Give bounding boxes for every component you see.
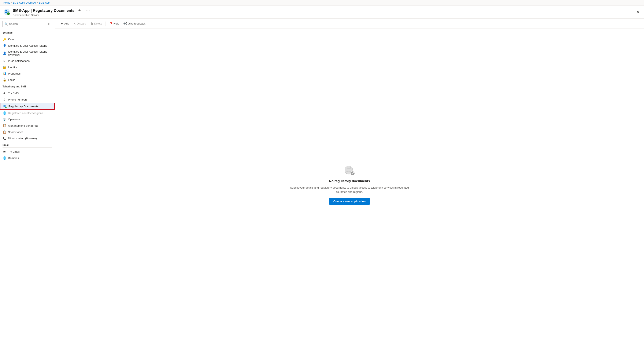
registered-countries-icon: 🌐: [2, 111, 6, 115]
add-icon: ＋: [60, 21, 64, 26]
sidebar-item-keys-label: Keys: [8, 38, 14, 41]
add-label: Add: [64, 22, 69, 25]
sidebar-item-try-sms[interactable]: ✈ Try SMS: [0, 90, 55, 96]
app-icon: [4, 9, 10, 15]
regulatory-documents-icon: [3, 104, 7, 108]
sidebar-section-email: Email ✉ Try Email 🌐 Domains: [0, 142, 55, 161]
properties-icon: 📊: [2, 72, 6, 75]
sidebar-item-identity-label: Identity: [8, 66, 17, 69]
delete-icon: 🗑: [90, 22, 93, 25]
push-notifications-icon: 🖥: [2, 59, 6, 63]
try-email-icon: ✉: [2, 150, 6, 154]
sidebar-item-properties-label: Properties: [8, 72, 20, 75]
top-bar: SMS-App | Regulatory Documents ★ ··· Com…: [0, 6, 644, 18]
sidebar-item-regulatory-documents[interactable]: Regulatory Documents: [0, 103, 55, 110]
sidebar-item-try-email-label: Try Email: [8, 150, 20, 153]
favorite-button[interactable]: ★: [76, 7, 82, 14]
app-subtitle: Communication Service: [13, 14, 635, 17]
sidebar-item-try-sms-label: Try SMS: [8, 92, 18, 95]
help-button[interactable]: ❓ Help: [108, 21, 121, 26]
discard-button[interactable]: ✕ Discard: [72, 21, 88, 26]
locks-icon: 🔒: [2, 78, 6, 82]
operators-icon: 📡: [2, 117, 6, 121]
identities-icon: 👤: [2, 44, 6, 47]
try-sms-icon: ✈: [2, 91, 6, 95]
sidebar-item-alphanumeric-sender-id-label: Alphanumeric Sender ID: [8, 124, 38, 127]
sidebar-section-telephony-label: Telephony and SMS: [0, 83, 55, 89]
sidebar-item-domains[interactable]: 🌐 Domains: [0, 155, 55, 161]
empty-state: No regulatory documents Submit your deta…: [286, 164, 413, 205]
sidebar-item-short-codes-label: Short Codes: [8, 131, 23, 134]
give-feedback-icon: 💬: [124, 22, 127, 25]
search-input[interactable]: [9, 22, 46, 25]
breadcrumb-current: SMS-App: [39, 1, 50, 4]
sidebar-divider-email: [2, 147, 52, 148]
sidebar-item-short-codes[interactable]: 📋 Short Codes: [0, 129, 55, 135]
delete-button[interactable]: 🗑 Delete: [88, 21, 104, 26]
sidebar-item-domains-label: Domains: [8, 157, 19, 160]
breadcrumb-home[interactable]: Home: [4, 1, 10, 4]
sidebar-item-phone-numbers-label: Phone numbers: [8, 98, 28, 101]
sidebar-item-properties[interactable]: 📊 Properties: [0, 70, 55, 77]
toolbar-separator: [106, 21, 106, 26]
sidebar-divider-telephony: [2, 89, 52, 89]
sidebar-divider-settings: [2, 35, 52, 35]
sidebar-item-locks-label: Locks: [8, 78, 15, 82]
sidebar-item-identities-label: Identities & User Access Tokens: [8, 44, 47, 47]
sidebar-item-identities-preview[interactable]: 👤 Identities & User Access Tokens (Previ…: [0, 49, 55, 58]
phone-numbers-icon: #: [2, 98, 6, 101]
breadcrumb: Home › SMS-App | Overview › SMS-App: [0, 0, 644, 6]
sidebar-section-email-label: Email: [0, 142, 55, 147]
give-feedback-button[interactable]: 💬 Give feedback: [122, 21, 147, 26]
toolbar: ＋ Add ✕ Discard 🗑 Delete ❓ Help 💬 Give f…: [55, 18, 644, 29]
search-icon: 🔍: [4, 22, 8, 25]
discard-icon: ✕: [73, 22, 76, 25]
sidebar-item-operators-label: Operators: [8, 118, 20, 121]
sidebar-item-push-notifications-label: Push notifications: [8, 59, 30, 62]
sidebar-item-registered-countries-label: Registered countries/regions: [8, 112, 43, 115]
sidebar-item-keys[interactable]: 🔑 Keys: [0, 36, 55, 42]
short-codes-icon: 📋: [2, 130, 6, 134]
sidebar-item-direct-routing[interactable]: 📞 Direct routing (Preview): [0, 135, 55, 142]
empty-state-description: Submit your details and regulatory docum…: [286, 186, 413, 194]
content-area: ＋ Add ✕ Discard 🗑 Delete ❓ Help 💬 Give f…: [55, 18, 644, 340]
sidebar-item-identities-user-access-tokens[interactable]: 👤 Identities & User Access Tokens: [0, 42, 55, 49]
sidebar-item-try-email[interactable]: ✉ Try Email: [0, 149, 55, 155]
sidebar: 🔍 « Settings 🔑 Keys 👤 Identities & User …: [0, 18, 55, 340]
sidebar-item-registered-countries: 🌐 Registered countries/regions: [0, 110, 55, 116]
breadcrumb-overview[interactable]: SMS-App | Overview: [13, 1, 36, 4]
sidebar-item-phone-numbers[interactable]: # Phone numbers: [0, 96, 55, 103]
direct-routing-icon: 📞: [2, 136, 6, 140]
page-title: SMS-App | Regulatory Documents: [13, 8, 74, 13]
add-button[interactable]: ＋ Add: [58, 20, 71, 27]
keys-icon: 🔑: [2, 37, 6, 41]
sidebar-item-push-notifications[interactable]: 🖥 Push notifications: [0, 58, 55, 64]
sidebar-section-telephony: Telephony and SMS ✈ Try SMS # Phone numb…: [0, 83, 55, 142]
sidebar-item-alphanumeric-sender-id[interactable]: 📋 Alphanumeric Sender ID: [0, 123, 55, 129]
sidebar-search-container: 🔍 «: [0, 18, 55, 29]
more-options-button[interactable]: ···: [84, 7, 92, 14]
give-feedback-label: Give feedback: [128, 22, 146, 25]
delete-label: Delete: [94, 22, 102, 25]
sidebar-item-identities-preview-label: Identities & User Access Tokens (Preview…: [8, 50, 52, 56]
help-label: Help: [114, 22, 119, 25]
sidebar-item-regulatory-documents-label: Regulatory Documents: [8, 105, 38, 108]
identity-icon: 🔐: [2, 65, 6, 69]
empty-state-icon: [343, 164, 356, 177]
help-icon: ❓: [109, 22, 113, 25]
sidebar-item-locks[interactable]: 🔒 Locks: [0, 77, 55, 83]
app-title-block: SMS-App | Regulatory Documents ★ ··· Com…: [13, 7, 635, 17]
sidebar-item-operators[interactable]: 📡 Operators: [0, 116, 55, 123]
content-body: No regulatory documents Submit your deta…: [55, 29, 644, 340]
collapse-button[interactable]: «: [47, 22, 50, 26]
discard-label: Discard: [77, 22, 86, 25]
domains-icon: 🌐: [2, 156, 6, 160]
alphanumeric-sender-id-icon: 📋: [2, 124, 6, 128]
sidebar-item-identity[interactable]: 🔐 Identity: [0, 64, 55, 70]
identities-preview-icon: 👤: [2, 51, 6, 55]
sidebar-section-settings: Settings 🔑 Keys 👤 Identities & User Acce…: [0, 29, 55, 83]
sidebar-section-settings-label: Settings: [0, 29, 55, 35]
close-button[interactable]: ✕: [635, 9, 640, 15]
create-application-button[interactable]: Create a new application: [329, 198, 370, 205]
sidebar-item-direct-routing-label: Direct routing (Preview): [8, 137, 37, 140]
